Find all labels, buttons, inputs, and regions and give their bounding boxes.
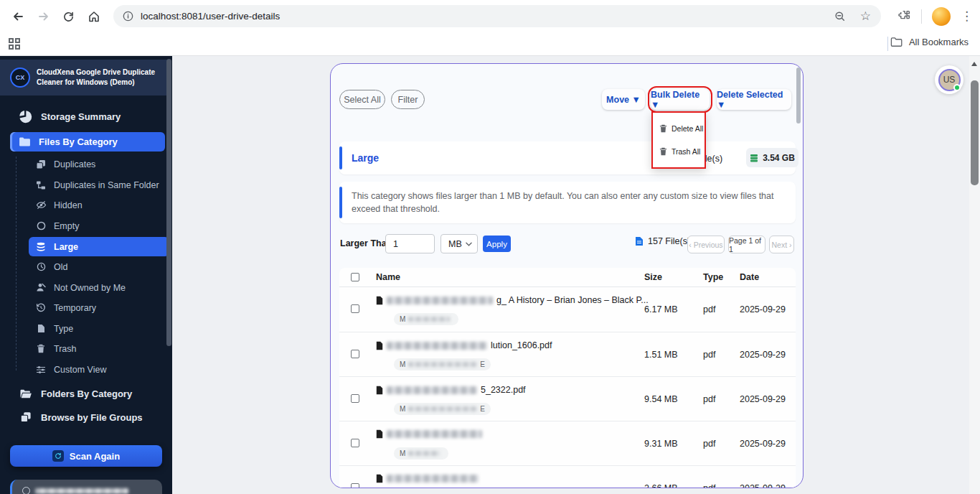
next-page-button[interactable]: Next › <box>769 236 794 253</box>
sidebar-item-label: Large <box>54 242 78 252</box>
sidebar-item-type[interactable]: Type <box>29 319 169 338</box>
select-all-button[interactable]: Select All <box>339 90 385 109</box>
page-scrollbar[interactable] <box>969 56 980 494</box>
address-bar[interactable]: localhost:8081/user-drive-details ☆ <box>113 5 881 27</box>
home-button[interactable] <box>85 7 103 26</box>
accent-bar <box>339 187 342 218</box>
trash-icon <box>35 343 47 355</box>
sidebar-item-custom-view[interactable]: Custom View <box>29 360 169 379</box>
scroll-up-arrow-icon[interactable] <box>971 62 977 66</box>
file-icon <box>376 429 383 439</box>
sliders-icon <box>35 364 47 376</box>
url-text[interactable]: localhost:8081/user-drive-details <box>141 11 280 22</box>
column-header-type: Type <box>703 272 723 282</box>
folder-icon <box>890 37 903 47</box>
menu-item-delete-all[interactable]: Delete All <box>653 117 705 140</box>
sidebar-item-hidden[interactable]: Hidden <box>29 195 169 215</box>
scan-again-button[interactable]: Scan Again <box>10 445 162 467</box>
select-all-checkbox[interactable] <box>351 273 359 281</box>
refresh-icon <box>62 11 75 23</box>
sidebar-item-temporary[interactable]: Temporary <box>29 298 169 317</box>
row-checkbox[interactable] <box>351 439 359 447</box>
file-icon <box>376 474 383 483</box>
menu-item-trash-all[interactable]: Trash All <box>653 140 705 163</box>
redacted-name <box>387 386 477 394</box>
bulk-delete-button[interactable]: Bulk Delete ▼ <box>651 89 710 110</box>
table-row: 2.66 MB pdf 2025-09-29 <box>339 465 796 488</box>
file-icon <box>376 341 383 350</box>
trash-icon <box>659 147 667 156</box>
unit-select-value: MB <box>448 239 462 249</box>
filter-button[interactable]: Filter <box>391 90 425 109</box>
sidebar-item-files-by-category[interactable]: Files By Category <box>10 132 165 152</box>
size-threshold-input[interactable] <box>385 234 435 253</box>
redacted-text <box>35 488 128 494</box>
bookmark-star-icon[interactable]: ☆ <box>860 10 871 22</box>
extensions-icon[interactable] <box>897 9 911 23</box>
clock-icon <box>35 261 47 273</box>
content-scrollbar[interactable] <box>796 67 801 124</box>
row-checkbox[interactable] <box>351 483 359 488</box>
row-checkbox[interactable] <box>351 304 359 313</box>
site-info-icon[interactable] <box>123 11 133 22</box>
sidebar-scrollbar[interactable] <box>166 59 171 346</box>
sidebar-item-storage-summary[interactable]: Storage Summary <box>0 106 167 126</box>
row-checkbox[interactable] <box>351 394 359 403</box>
file-icon <box>376 386 383 395</box>
pie-chart-icon <box>19 110 32 124</box>
sidebar-item-duplicates[interactable]: Duplicates <box>29 154 169 174</box>
sidebar-item-browse-by-file-groups[interactable]: Browse by File Groups <box>0 407 167 427</box>
row-checkbox[interactable] <box>351 350 359 358</box>
profile-avatar[interactable] <box>932 7 951 26</box>
sidebar-item-label: Files By Category <box>39 136 118 147</box>
sidebar-item-label: Duplicates <box>54 159 95 169</box>
path-badge: M <box>394 447 448 460</box>
user-avatar[interactable]: US <box>935 65 963 94</box>
table-row: M 9.31 MB pdf 2025-09-29 <box>339 421 796 465</box>
sidebar-item-label: Storage Summary <box>41 111 121 122</box>
sidebar-item-label: Trash <box>54 344 77 354</box>
column-header-size: Size <box>644 272 662 282</box>
apply-button[interactable]: Apply <box>483 236 511 252</box>
apps-grid-icon[interactable] <box>9 38 20 50</box>
browser-window: localhost:8081/user-drive-details ☆ ⋮ Al… <box>0 0 980 494</box>
sidebar-item-duplicates-same-folder[interactable]: Duplicates in Same Folder <box>29 175 169 195</box>
rescan-icon <box>52 450 64 462</box>
larger-than-label: Larger Than <box>340 238 392 248</box>
history-icon <box>35 302 47 314</box>
previous-page-button[interactable]: ‹ Previous <box>687 236 725 253</box>
copy-icon <box>19 411 32 424</box>
sidebar-item-trash[interactable]: Trash <box>29 339 169 358</box>
table-row: g_ A History – Brian Jones – Black P... … <box>339 287 796 332</box>
sidebar-item-old[interactable]: Old <box>29 257 169 276</box>
column-header-date: Date <box>740 272 759 282</box>
info-circle-icon <box>22 487 30 494</box>
move-button[interactable]: Move ▼ <box>602 89 645 110</box>
sidebar-item-large[interactable]: Large <box>29 237 169 256</box>
zoom-out-icon[interactable] <box>834 11 846 22</box>
sidebar-item-empty[interactable]: Empty <box>29 216 169 236</box>
file-date: 2025-09-29 <box>740 394 786 404</box>
document-icon <box>635 236 644 246</box>
user-slash-icon <box>35 282 47 294</box>
all-bookmarks-button[interactable]: All Bookmarks <box>890 37 969 47</box>
scrollbar-thumb[interactable] <box>971 80 979 185</box>
sidebar-item-folders-by-category[interactable]: Folders By Category <box>0 383 167 404</box>
arrow-left-icon <box>11 10 24 23</box>
app-title: CloudXena Google Drive Duplicate Cleaner… <box>37 67 155 88</box>
sidebar-item-label: Empty <box>54 221 79 231</box>
back-button[interactable] <box>9 7 27 26</box>
file-name: lution_1606.pdf <box>376 340 552 350</box>
redacted-name <box>387 297 493 304</box>
sidebar-item-label: Hidden <box>54 200 83 210</box>
bookmarks-bar: All Bookmarks <box>0 32 980 56</box>
redacted-path <box>408 317 450 322</box>
table-row: lution_1606.pdf ME 1.51 MB pdf 2025-09-2… <box>339 332 796 376</box>
delete-selected-button[interactable]: Delete Selected ▼ <box>717 89 791 110</box>
browser-menu-icon[interactable]: ⋮ <box>961 9 973 24</box>
category-total-size: 3.54 GB <box>746 148 798 167</box>
refresh-button[interactable] <box>59 7 77 26</box>
unit-select[interactable]: MB <box>440 234 478 253</box>
sidebar-item-not-owned-by-me[interactable]: Not Owned by Me <box>29 278 169 297</box>
forward-button[interactable] <box>34 7 53 26</box>
